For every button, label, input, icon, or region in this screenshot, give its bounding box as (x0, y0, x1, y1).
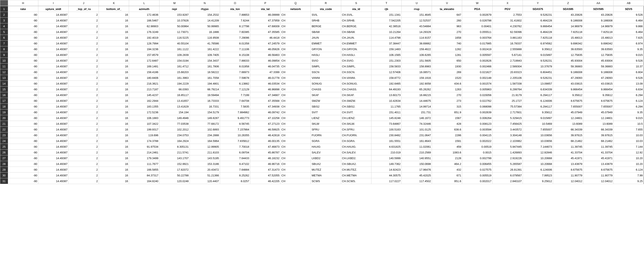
cell[interactable]: 2286 (432, 133, 462, 138)
cell[interactable]: SFRU (311, 127, 341, 133)
cell[interactable]: 6.294117 (522, 92, 553, 98)
col-header-R[interactable]: R (311, 0, 341, 6)
cell[interactable]: 9.35612 (553, 92, 583, 98)
cell[interactable]: CH (280, 64, 311, 69)
cell[interactable]: 45.42025 (402, 172, 432, 178)
cell[interactable]: CHASS (311, 87, 341, 92)
cell[interactable]: CH.SFRU. (341, 127, 371, 133)
cell[interactable]: 16.88215 (402, 92, 432, 98)
cell[interactable]: SSCN (311, 69, 341, 75)
cell[interactable]: CH (280, 150, 311, 155)
cell[interactable]: 2 (68, 69, 98, 75)
cell[interactable]: 166.5467 (129, 18, 159, 23)
cell[interactable]: -90 (8, 12, 38, 18)
row-header[interactable]: 17 (0, 98, 8, 104)
cell[interactable]: 2 (68, 18, 98, 23)
row-header[interactable]: 31 (0, 178, 8, 184)
header-cell[interactable]: bottom_of_ (99, 6, 129, 12)
cell[interactable]: 13.09 (614, 81, 644, 87)
cell[interactable]: 158.8772 (371, 75, 402, 81)
cell[interactable]: 7.99 (614, 172, 644, 178)
cell[interactable]: FUORN (311, 133, 341, 138)
row-header[interactable]: 21 (0, 121, 8, 127)
header-cell[interactable]: repi (159, 6, 190, 12)
cell[interactable]: CH.SMZW. (341, 98, 371, 104)
cell[interactable]: 214.2461 (129, 150, 159, 155)
cell[interactable]: 149.8287 (190, 115, 220, 121)
cell[interactable]: 12.04012 (583, 178, 614, 184)
cell[interactable]: 12.75835 (553, 52, 583, 58)
cell[interactable]: 6.294117 (522, 104, 553, 110)
cell[interactable]: 9.866454 (553, 87, 583, 92)
cell[interactable]: 14.49387 (38, 178, 68, 184)
cell[interactable]: 9.526 (614, 58, 644, 64)
cell[interactable]: 143.1707 (159, 155, 190, 161)
cell[interactable]: -90 (8, 52, 38, 58)
cell[interactable]: 315 (432, 104, 462, 110)
cell[interactable]: 7.157864 (220, 127, 250, 133)
cell[interactable]: CH (280, 92, 311, 98)
cell[interactable]: 145.4237 (129, 92, 159, 98)
cell[interactable]: 1282 (432, 46, 462, 52)
cell[interactable]: 14.49387 (38, 155, 68, 161)
cell[interactable]: SRHB (311, 18, 341, 23)
cell[interactable]: 161.7058 (190, 75, 220, 81)
cell[interactable]: 47.52055 (250, 172, 280, 178)
cell[interactable]: 14.49387 (38, 69, 68, 75)
cell[interactable]: 154.194 (159, 110, 190, 115)
cell[interactable]: 154.5179 (190, 110, 220, 115)
cell[interactable]: 0.008123 (462, 121, 492, 127)
cell[interactable]: 14.96979 (583, 23, 614, 29)
cell[interactable]: 15.48013 (553, 35, 583, 41)
cell[interactable]: CH.BERGE. (341, 23, 371, 29)
header-cell[interactable]: rhypo (190, 6, 220, 12)
cell[interactable]: CH (280, 29, 311, 35)
cell[interactable]: 64.49193 (371, 87, 402, 92)
cell[interactable]: 9.186008 (583, 69, 614, 75)
header-cell[interactable]: SDV595 (583, 6, 614, 12)
cell[interactable]: 7.144673 (522, 144, 553, 150)
cell[interactable]: 164.2924 (159, 138, 190, 144)
cell[interactable]: 9.35612 (522, 110, 553, 115)
cell[interactable]: 15.48013 (583, 35, 614, 41)
cell[interactable]: 192.4019 (129, 35, 159, 41)
cell[interactable]: 116.9508 (190, 35, 220, 41)
cell[interactable]: 42.38516 (371, 23, 402, 29)
cell[interactable]: 14.49387 (38, 46, 68, 52)
cell[interactable]: 1083.6 (432, 150, 462, 155)
cell[interactable]: 16.06571 (402, 69, 432, 75)
cell[interactable]: 43.54884 (402, 23, 432, 29)
row-header-1[interactable]: 1 (0, 6, 8, 12)
cell[interactable]: 16.85117 (159, 92, 190, 98)
cell[interactable]: 161.1122 (159, 46, 190, 52)
cell[interactable]: 6.464228 (522, 29, 553, 35)
header-cell[interactable]: sta_lon (220, 6, 250, 12)
cell[interactable]: CH (280, 161, 311, 167)
cell[interactable]: 10.5 (614, 121, 644, 127)
cell[interactable]: 231.0647 (402, 133, 432, 138)
cell[interactable]: 7.835612 (220, 138, 250, 144)
cell[interactable]: 14.96979 (553, 23, 583, 29)
cell[interactable]: 45.41971 (553, 155, 583, 161)
cell[interactable]: CH (280, 52, 311, 58)
cell[interactable]: -90 (8, 172, 38, 178)
cell[interactable]: 161.3963 (159, 75, 190, 81)
cell[interactable]: 2 (68, 23, 98, 29)
cell[interactable]: CH.SIMPL. (341, 64, 371, 69)
cell[interactable]: 7.7199 (220, 92, 250, 98)
cell[interactable]: -90 (8, 23, 38, 29)
row-header[interactable]: 20 (0, 115, 8, 121)
cell[interactable]: 25.1727 (492, 98, 522, 104)
cell[interactable]: 5.947445 (492, 144, 522, 150)
cell[interactable]: 14.49387 (38, 58, 68, 64)
header-cell[interactable]: PGV (492, 6, 522, 12)
cell[interactable]: 464.2 (432, 161, 462, 167)
cell[interactable]: 14.49387 (38, 92, 68, 98)
col-header-L[interactable]: L (129, 0, 159, 6)
cell[interactable]: 16 (99, 144, 129, 150)
cell[interactable]: 9.866454 (583, 87, 614, 92)
cell[interactable]: HAUIG (311, 144, 341, 150)
cell[interactable]: 20.43472 (190, 167, 220, 172)
cell[interactable]: -90 (8, 92, 38, 98)
cell[interactable]: 7.655007 (522, 127, 553, 133)
